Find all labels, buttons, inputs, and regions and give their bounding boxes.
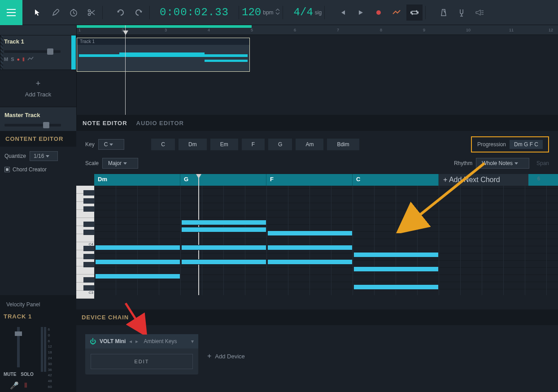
midi-note[interactable]: [267, 259, 353, 265]
playhead[interactable]: [125, 25, 126, 115]
tab-note-editor[interactable]: NOTE EDITOR: [83, 120, 127, 126]
bpm-value[interactable]: 120: [242, 6, 261, 18]
rewind-icon[interactable]: [335, 4, 351, 21]
midi-note[interactable]: [95, 245, 180, 250]
midi-note[interactable]: [95, 274, 180, 279]
pencil-tool-icon[interactable]: [48, 4, 64, 21]
add-next-chord-button[interactable]: + Add Next Chord: [439, 174, 528, 186]
scale-select[interactable]: Major: [102, 158, 138, 169]
piano-roll[interactable]: C4 C3 Dm G: [76, 174, 558, 295]
power-icon[interactable]: ⏻: [90, 338, 96, 345]
chord-btn-g[interactable]: G: [268, 139, 292, 150]
pointer-tool-icon[interactable]: [30, 4, 46, 21]
time-tool-icon[interactable]: [65, 4, 82, 21]
mixer-track-title: TRACK 1: [4, 313, 73, 320]
midi-note[interactable]: [353, 252, 439, 257]
chord-creator-toggle[interactable]: Chord Creator: [4, 166, 72, 173]
device-name-label: VOLT Mini: [100, 338, 126, 344]
scissors-tool-icon[interactable]: [83, 4, 100, 21]
mute-button[interactable]: M: [4, 57, 8, 62]
tuning-fork-icon[interactable]: [453, 4, 470, 21]
mixer-instrument-icon[interactable]: ⦀: [24, 381, 27, 390]
key-select[interactable]: C: [98, 139, 125, 150]
midi-note[interactable]: [181, 220, 266, 225]
record-icon[interactable]: [371, 4, 387, 21]
midi-note[interactable]: [181, 245, 266, 250]
metronome-icon[interactable]: [436, 4, 452, 21]
instrument-icon[interactable]: ⦀: [22, 57, 25, 62]
mixer-mute-button[interactable]: MUTE: [4, 372, 16, 377]
svg-rect-2: [7, 15, 16, 16]
quantize-select[interactable]: 1/16: [30, 151, 58, 161]
svg-rect-0: [7, 9, 16, 10]
track-volume-slider[interactable]: [4, 50, 61, 53]
tab-audio-editor[interactable]: AUDIO EDITOR: [136, 120, 184, 126]
preset-name-label: Ambient Keys: [144, 338, 177, 344]
record-arm-icon[interactable]: ●: [17, 57, 20, 62]
chord-btn-bdim[interactable]: Bdim: [327, 139, 359, 150]
piano-grid[interactable]: Dm G F C + Add Next Chord 6: [94, 174, 558, 295]
bpm-stepper-icon[interactable]: [275, 8, 280, 17]
master-volume-slider[interactable]: [4, 124, 61, 126]
rhythm-select[interactable]: Whole Notes: [476, 158, 529, 169]
add-device-button[interactable]: + Add Device: [207, 352, 245, 360]
chord-segment[interactable]: Dm: [94, 174, 180, 186]
arrangement-timeline[interactable]: 1 2 3 4 5 6 7 8 9 10 11 12 Track 1: [76, 25, 558, 115]
chevron-down-icon[interactable]: ▾: [191, 338, 194, 344]
rhythm-label: Rhythm: [454, 160, 472, 166]
timesig-value[interactable]: 4/4: [294, 6, 313, 18]
progression-label: Progression: [477, 141, 506, 148]
transport-time[interactable]: 0:00:02.33: [160, 6, 229, 18]
chord-btn-dm[interactable]: Dm: [179, 139, 207, 150]
progression-box: Progression Dm G F C: [471, 136, 549, 152]
mixer-solo-button[interactable]: SOLO: [21, 372, 33, 377]
progression-input[interactable]: Dm G F C: [510, 140, 543, 149]
track-header[interactable]: Track 1 M S ● ⦀: [0, 35, 76, 70]
chord-btn-c[interactable]: C: [151, 139, 175, 150]
chord-segment[interactable]: C: [353, 174, 439, 186]
piano-keyboard[interactable]: C4 C3: [76, 174, 94, 295]
preset-prev-icon[interactable]: ◂: [129, 338, 132, 344]
midi-note[interactable]: [181, 227, 266, 232]
mixer-fader[interactable]: [17, 327, 20, 367]
countdown-icon[interactable]: [471, 4, 488, 21]
level-meter: [41, 327, 46, 390]
add-track-button[interactable]: + Add Track: [0, 70, 76, 107]
play-icon[interactable]: [353, 4, 369, 21]
track-name: Track 1: [4, 38, 72, 45]
midi-note[interactable]: [353, 266, 439, 272]
loop-icon[interactable]: [406, 4, 423, 21]
redo-icon[interactable]: [131, 4, 147, 21]
editor-tabs: NOTE EDITOR AUDIO EDITOR: [76, 115, 558, 131]
chord-btn-f[interactable]: F: [242, 139, 265, 150]
chord-segment[interactable]: G: [180, 174, 266, 186]
scale-label: Scale: [85, 160, 99, 166]
solo-button[interactable]: S: [11, 57, 14, 62]
automation-toggle-icon[interactable]: [27, 57, 34, 62]
key-label: Key: [85, 141, 95, 148]
svg-point-6: [376, 10, 381, 15]
midi-note[interactable]: [353, 284, 439, 290]
edit-device-button[interactable]: EDIT: [91, 354, 193, 369]
device-chain-panel: DEVICE CHAIN ⏻ VOLT Mini ◂ ▸ Ambient Key…: [76, 309, 558, 392]
mixer-record-arm-icon[interactable]: 🎤: [10, 381, 19, 390]
chord-lane: Dm G F C + Add Next Chord 6: [94, 174, 558, 186]
svg-rect-1: [7, 12, 16, 13]
ruler[interactable]: 1 2 3 4 5 6 7 8 9 10 11 12: [77, 25, 558, 35]
midi-note[interactable]: [267, 231, 353, 236]
preset-next-icon[interactable]: ▸: [135, 338, 138, 344]
chord-segment[interactable]: F: [266, 174, 353, 186]
midi-note[interactable]: [181, 259, 266, 265]
chord-btn-am[interactable]: Am: [296, 139, 323, 150]
midi-note[interactable]: [95, 259, 180, 265]
device-card[interactable]: ⏻ VOLT Mini ◂ ▸ Ambient Keys ▾ EDIT: [85, 334, 198, 375]
automation-icon[interactable]: [388, 4, 405, 21]
grid-playhead[interactable]: [198, 174, 199, 295]
bpm-label: bpm: [263, 9, 273, 16]
undo-icon[interactable]: [113, 4, 129, 21]
midi-clip[interactable]: Track 1: [77, 38, 250, 72]
master-track-header[interactable]: Master Track: [0, 107, 76, 131]
menu-button[interactable]: [0, 0, 22, 25]
midi-note[interactable]: [267, 245, 353, 250]
chord-btn-em[interactable]: Em: [210, 139, 238, 150]
